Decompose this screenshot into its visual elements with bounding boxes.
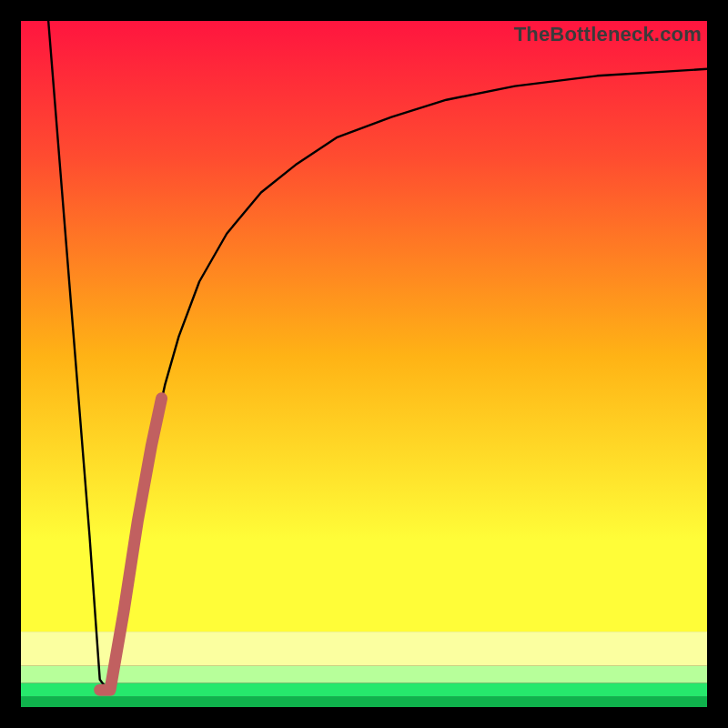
svg-rect-2 (21, 666, 707, 683)
chart-frame: TheBottleneck.com (0, 0, 728, 728)
svg-rect-1 (21, 683, 707, 697)
chart-svg (21, 21, 707, 707)
svg-rect-4 (21, 21, 707, 632)
svg-rect-0 (21, 697, 707, 707)
plot-area: TheBottleneck.com (21, 21, 707, 707)
